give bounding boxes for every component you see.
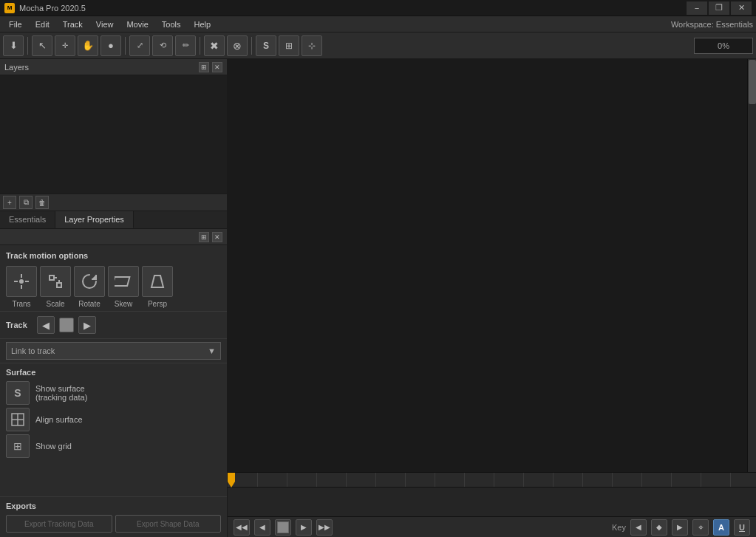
stop-button[interactable] (275, 519, 291, 536)
circle-x-button[interactable]: ⊗ (227, 35, 248, 56)
duplicate-layer-button[interactable]: ⧉ (19, 196, 33, 209)
link-to-track-dropdown[interactable]: Link to track ▼ (6, 342, 221, 360)
bottom-right-controls: Key ◀ ◆ ▶ ⌖ A U (612, 519, 750, 536)
align-surface-icon (6, 408, 30, 431)
menu-track[interactable]: Track (57, 18, 89, 30)
bottom-bar: ◀◀ ◀ ▶ ▶▶ Key ◀ ◆ ▶ ⌖ A U (228, 516, 756, 537)
a-toggle-button[interactable]: A (713, 519, 729, 536)
timeline-ruler-content[interactable] (228, 473, 756, 487)
surface-title: Surface (6, 368, 221, 377)
rotate-label: Rotate (74, 300, 105, 308)
menu-movie[interactable]: Movie (120, 18, 154, 30)
menu-tools[interactable]: Tools (156, 18, 187, 30)
trans-label: Trans (6, 300, 37, 308)
left-panel: Layers ⊞ ✕ + ⧉ 🗑 Essentials Layer Proper… (0, 59, 228, 537)
fast-forward-button[interactable]: ▶▶ (316, 519, 333, 536)
layers-header: Layers ⊞ ✕ (0, 59, 227, 75)
close-button[interactable]: ✕ (731, 1, 752, 15)
key-label: Key (612, 523, 626, 532)
title-bar: M Mocha Pro 2020.5 − ❐ ✕ (0, 0, 756, 16)
stop-icon (277, 521, 289, 533)
rotate-button[interactable] (74, 266, 105, 297)
layers-header-buttons: ⊞ ✕ (199, 62, 222, 72)
tabs-section: Essentials Layer Properties ⊞ ✕ Track mo… (0, 211, 227, 537)
play-button[interactable]: ▶ (296, 519, 312, 536)
tab-layer-properties[interactable]: Layer Properties (55, 211, 134, 228)
timeline-ruler (228, 473, 756, 488)
timeline-playhead[interactable] (228, 473, 235, 488)
export-tracking-data-button[interactable]: Export Tracking Data (6, 515, 112, 533)
layers-title: Layers (4, 63, 29, 72)
properties-float-button[interactable]: ⊞ (199, 232, 209, 242)
show-grid-item[interactable]: ⊞ Show grid (6, 434, 221, 458)
title-text: Mocha Pro 2020.5 (19, 4, 86, 13)
trans-button[interactable] (6, 266, 37, 297)
show-grid-label: Show grid (35, 442, 72, 451)
vertical-scrollbar[interactable] (747, 59, 756, 472)
track-label: Track (6, 321, 33, 329)
add-layer-button[interactable]: + (3, 196, 16, 209)
import-button[interactable]: ⬇ (3, 35, 24, 56)
brush-button[interactable]: ✏ (175, 35, 196, 56)
menu-view[interactable]: View (90, 18, 120, 30)
link-section: Link to track ▼ (0, 338, 227, 363)
restore-button[interactable]: ❐ (709, 1, 729, 15)
layers-content (0, 75, 227, 194)
add-point-button[interactable]: ✛ (55, 35, 75, 56)
grid-button[interactable]: ⊞ (279, 35, 299, 56)
scrollbar-thumb[interactable] (749, 60, 756, 104)
layers-section: Layers ⊞ ✕ + ⧉ 🗑 (0, 59, 227, 211)
scale-button[interactable] (40, 266, 71, 297)
menu-bar: File Edit Track View Movie Tools Help Wo… (0, 16, 756, 33)
next-keyframe-button[interactable]: ▶ (672, 519, 688, 536)
properties-panel: ⊞ ✕ Track motion options (0, 229, 227, 537)
prev-keyframe-button[interactable]: ◀ (630, 519, 647, 536)
select-button[interactable]: ↖ (32, 35, 52, 56)
warp-button[interactable]: ⊹ (302, 35, 322, 56)
menu-edit[interactable]: Edit (30, 18, 55, 30)
show-grid-icon: ⊞ (6, 434, 30, 458)
track-back-button[interactable]: ◀ (37, 316, 55, 334)
menu-file[interactable]: File (3, 18, 28, 30)
bend-button[interactable]: ⟲ (152, 35, 173, 56)
circle-button[interactable]: ● (101, 35, 121, 56)
show-surface-item[interactable]: S Show surface(tracking data) (6, 381, 221, 405)
toolbar-separator-2 (125, 37, 126, 55)
svg-rect-9 (115, 277, 129, 286)
show-surface-label: Show surface(tracking data) (35, 384, 87, 402)
transform-button[interactable]: ⤢ (129, 35, 150, 56)
export-shape-data-button[interactable]: Export Shape Data (115, 515, 222, 533)
surface-button[interactable]: S (256, 35, 276, 56)
canvas-area: ◀◀ ◀ ▶ ▶▶ Key ◀ ◆ ▶ ⌖ A U (228, 59, 756, 537)
track-stop-button[interactable] (59, 318, 74, 332)
track-forward-button[interactable]: ▶ (78, 316, 96, 334)
properties-close-button[interactable]: ✕ (212, 232, 222, 242)
layers-toolbar: + ⧉ 🗑 (0, 194, 227, 211)
track-motion-section: Track motion options (0, 245, 227, 311)
skew-button[interactable] (108, 266, 139, 297)
layers-panel-float[interactable]: ⊞ (199, 62, 209, 72)
link-dropdown-label: Link to track (11, 346, 55, 355)
align-surface-item[interactable]: Align surface (6, 408, 221, 431)
mask-off-button[interactable]: ✖ (204, 35, 225, 56)
svg-marker-10 (151, 276, 163, 287)
workspace-label: Workspace: Essentials (671, 20, 753, 29)
motion-buttons (6, 266, 221, 297)
add-keyframe-button[interactable]: ◆ (651, 519, 667, 536)
u-toggle-button[interactable]: U (734, 519, 750, 536)
layers-panel-close[interactable]: ✕ (212, 62, 222, 72)
hand-button[interactable]: ✋ (78, 35, 98, 56)
menu-help[interactable]: Help (188, 18, 217, 30)
align-surface-label: Align surface (35, 415, 83, 424)
properties-header: ⊞ ✕ (0, 229, 227, 245)
export-buttons: Export Tracking Data Export Shape Data (6, 515, 221, 533)
link-dropdown-arrow: ▼ (208, 346, 216, 355)
step-back-button[interactable]: ◀ (254, 519, 270, 536)
tab-essentials[interactable]: Essentials (0, 211, 55, 228)
rewind-button[interactable]: ◀◀ (234, 519, 250, 536)
camera-button[interactable]: ⌖ (692, 519, 709, 536)
minimize-button[interactable]: − (687, 1, 707, 15)
timeline-track[interactable] (228, 488, 756, 516)
delete-layer-button[interactable]: 🗑 (35, 196, 49, 209)
persp-button[interactable] (142, 266, 173, 297)
